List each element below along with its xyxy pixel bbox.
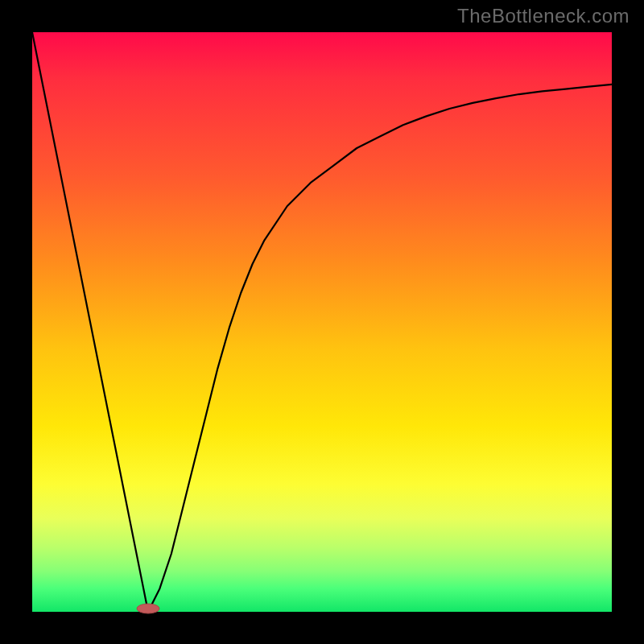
attribution-text: TheBottleneck.com <box>457 5 630 27</box>
chart-frame: TheBottleneck.com <box>0 0 644 644</box>
optimal-point-marker <box>137 604 159 613</box>
plot-area <box>32 32 612 612</box>
bottleneck-curve <box>32 32 612 612</box>
